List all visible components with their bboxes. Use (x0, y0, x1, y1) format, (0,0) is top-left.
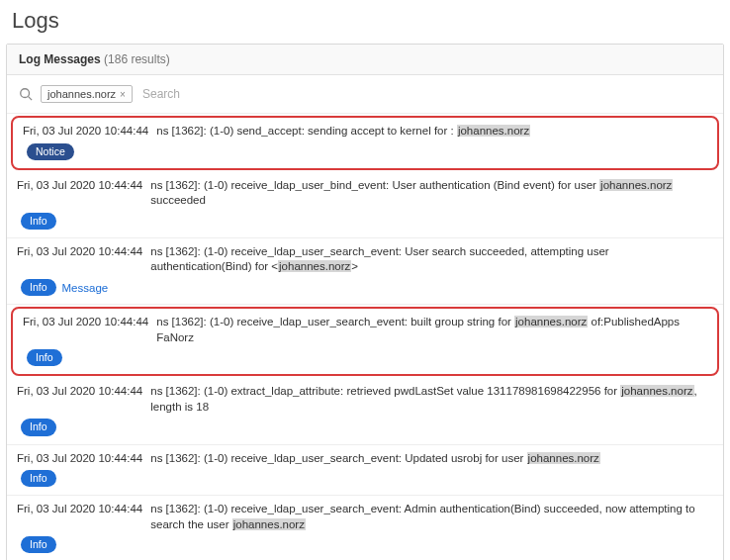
highlighted-user: johannes.norz (232, 518, 306, 530)
highlighted-user: johannes.norz (527, 452, 600, 464)
highlighted-user: johannes.norz (599, 179, 673, 191)
log-message: ns [1362]: (1-0) receive_ldap_user_searc… (150, 451, 600, 467)
log-entry[interactable]: Fri, 03 Jul 2020 10:44:44ns [1362]: (1-0… (7, 172, 723, 238)
close-icon[interactable]: × (120, 89, 126, 100)
log-entry[interactable]: Fri, 03 Jul 2020 10:44:44ns [1362]: (1-0… (7, 496, 723, 560)
log-timestamp: Fri, 03 Jul 2020 10:44:44 (17, 385, 142, 397)
log-entry[interactable]: Fri, 03 Jul 2020 10:44:44ns [1362]: (1-0… (13, 118, 717, 168)
level-badge: Info (27, 349, 62, 366)
level-badge: Info (21, 536, 56, 553)
log-message: ns [1362]: (1-0) extract_ldap_attribute:… (150, 384, 713, 415)
filter-bar: johannes.norz × (7, 75, 723, 114)
log-timestamp: Fri, 03 Jul 2020 10:44:44 (23, 316, 148, 327)
highlight-box: Fri, 03 Jul 2020 10:44:44ns [1362]: (1-0… (11, 307, 719, 376)
message-link[interactable]: Message (62, 282, 109, 294)
log-timestamp: Fri, 03 Jul 2020 10:44:44 (23, 125, 148, 137)
log-timestamp: Fri, 03 Jul 2020 10:44:44 (17, 179, 142, 191)
filter-chip-label: johannes.norz (47, 88, 116, 100)
highlighted-user: johannes.norz (514, 316, 588, 327)
level-badge: Info (21, 470, 56, 487)
log-list: Fri, 03 Jul 2020 10:44:44ns [1362]: (1-0… (7, 116, 723, 560)
log-entry[interactable]: Fri, 03 Jul 2020 10:44:44ns [1362]: (1-0… (7, 238, 723, 305)
log-panel: Log Messages (186 results) johannes.norz… (6, 44, 724, 560)
panel-header-title: Log Messages (19, 52, 101, 66)
highlighted-user: johannes.norz (278, 260, 351, 272)
log-message: ns [1362]: (1-0) receive_ldap_user_searc… (150, 244, 713, 275)
level-badge: Notice (27, 143, 74, 160)
svg-point-0 (21, 89, 30, 98)
log-entry[interactable]: Fri, 03 Jul 2020 10:44:44ns [1362]: (1-0… (13, 309, 717, 374)
log-entry[interactable]: Fri, 03 Jul 2020 10:44:44ns [1362]: (1-0… (7, 378, 723, 444)
level-badge: Info (21, 213, 56, 230)
filter-chip[interactable]: johannes.norz × (41, 85, 133, 103)
highlight-box: Fri, 03 Jul 2020 10:44:44ns [1362]: (1-0… (11, 116, 719, 170)
results-count: (186 results) (104, 52, 170, 66)
log-timestamp: Fri, 03 Jul 2020 10:44:44 (17, 452, 142, 464)
page-title: Logs (12, 8, 718, 34)
search-input[interactable] (140, 83, 711, 105)
log-message: ns [1362]: (1-0) receive_ldap_user_searc… (156, 315, 707, 345)
highlighted-user: johannes.norz (457, 125, 530, 137)
log-entry[interactable]: Fri, 03 Jul 2020 10:44:44ns [1362]: (1-0… (7, 445, 723, 497)
log-message: ns [1362]: (1-0) send_accept: sending ac… (156, 124, 530, 140)
panel-header: Log Messages (186 results) (7, 45, 723, 75)
log-message: ns [1362]: (1-0) receive_ldap_user_bind_… (150, 178, 713, 209)
svg-line-1 (29, 97, 33, 101)
log-timestamp: Fri, 03 Jul 2020 10:44:44 (17, 245, 142, 257)
log-message: ns [1362]: (1-0) receive_ldap_user_searc… (150, 502, 713, 532)
search-icon (19, 87, 33, 101)
log-timestamp: Fri, 03 Jul 2020 10:44:44 (17, 503, 142, 514)
level-badge: Info (21, 279, 56, 296)
highlighted-user: johannes.norz (620, 385, 693, 397)
level-badge: Info (21, 419, 56, 435)
